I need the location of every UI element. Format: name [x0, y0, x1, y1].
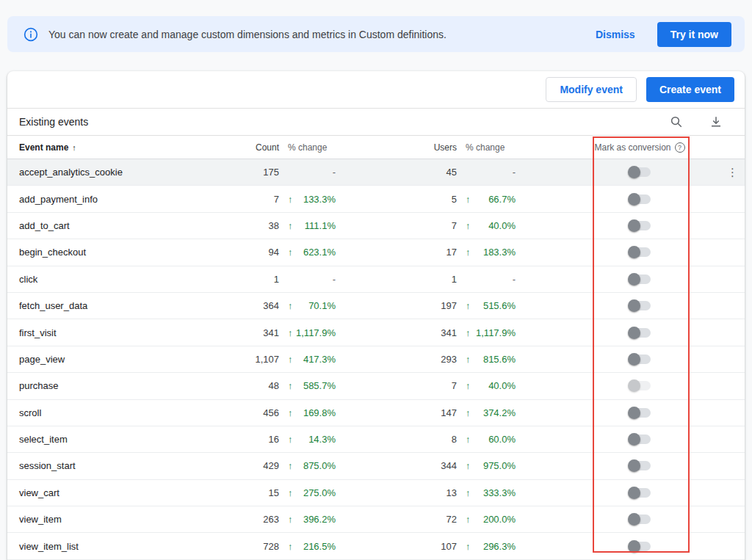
- event-count: 38: [209, 220, 279, 231]
- users-change-value: -: [513, 167, 516, 178]
- count-change-value: 216.5%: [303, 541, 336, 552]
- header-count-change[interactable]: % change: [279, 142, 341, 153]
- table-row: session_start 429 ↑ 875.0% 344 ↑ 975.0%: [7, 453, 745, 479]
- search-button[interactable]: [670, 115, 683, 128]
- mark-as-conversion-toggle[interactable]: [629, 167, 651, 177]
- up-arrow-icon: ↑: [288, 327, 293, 338]
- toggle-knob: [628, 379, 640, 392]
- event-count: 429: [209, 460, 279, 471]
- up-arrow-icon: ↑: [288, 300, 293, 311]
- mark-as-conversion-toggle[interactable]: [629, 542, 651, 551]
- mark-as-conversion-toggle[interactable]: [629, 354, 651, 364]
- table-row: click 1 - 1 -: [7, 266, 745, 293]
- event-count: 1: [209, 274, 279, 285]
- event-name: add_to_cart: [7, 220, 209, 231]
- users-change-value: 40.0%: [488, 220, 516, 231]
- count-change: ↑ 275.0%: [279, 487, 341, 498]
- up-arrow-icon: ↑: [288, 247, 293, 258]
- table-row: add_to_cart 38 ↑ 111.1% 7 ↑ 40.0%: [7, 213, 745, 239]
- up-arrow-icon: ↑: [466, 220, 471, 231]
- count-change: ↑ 623.1%: [279, 247, 341, 258]
- up-arrow-icon: ↑: [466, 541, 471, 552]
- event-users: 7: [341, 380, 457, 391]
- users-change: ↑ 296.3%: [457, 541, 521, 552]
- count-change-value: 70.1%: [308, 300, 336, 311]
- try-it-now-button[interactable]: Try it now: [657, 22, 731, 47]
- create-event-button[interactable]: Create event: [646, 77, 734, 102]
- users-change: -: [457, 274, 521, 285]
- events-toolbar: Modify event Create event: [7, 71, 745, 108]
- event-users: 341: [341, 327, 457, 338]
- table-header: Event name ↑ Count % change Users % chan…: [7, 136, 745, 159]
- table-row: add_payment_info 7 ↑ 133.3% 5 ↑ 66.7%: [7, 186, 745, 212]
- event-count: 7: [209, 194, 279, 205]
- mark-as-conversion-toggle[interactable]: [629, 328, 651, 338]
- mark-as-conversion-toggle[interactable]: [629, 221, 651, 230]
- event-count: 48: [209, 380, 279, 391]
- event-count: 341: [209, 327, 279, 338]
- up-arrow-icon: ↑: [288, 380, 293, 391]
- event-name: view_item_list: [7, 541, 209, 552]
- mark-as-conversion-toggle[interactable]: [629, 488, 651, 498]
- dismiss-button[interactable]: Dismiss: [590, 24, 641, 45]
- table-row: view_cart 15 ↑ 275.0% 13 ↑ 333.3%: [7, 480, 745, 506]
- up-arrow-icon: ↑: [288, 514, 293, 525]
- up-arrow-icon: ↑: [466, 247, 471, 258]
- header-users[interactable]: Users: [341, 142, 457, 153]
- modify-event-button[interactable]: Modify event: [546, 77, 637, 102]
- toggle-knob: [628, 407, 640, 419]
- event-count: 456: [209, 407, 279, 418]
- table-row: purchase 48 ↑ 585.7% 7 ↑ 40.0%: [7, 373, 745, 399]
- event-users: 293: [341, 354, 457, 365]
- table-row: accept_analytics_cookie 175 - 45 - ⋮: [7, 159, 745, 186]
- mark-as-conversion-toggle[interactable]: [629, 381, 651, 390]
- toggle-knob: [628, 299, 640, 312]
- event-name: scroll: [7, 407, 209, 418]
- users-change-value: -: [513, 274, 516, 285]
- users-change: ↑ 200.0%: [457, 514, 521, 525]
- event-users: 17: [341, 247, 457, 258]
- count-change-value: 275.0%: [303, 487, 336, 498]
- mark-as-conversion-toggle[interactable]: [629, 514, 651, 524]
- users-change: ↑ 815.6%: [457, 354, 521, 365]
- count-change-value: 1,117.9%: [296, 327, 336, 338]
- header-count[interactable]: Count: [209, 142, 279, 153]
- mark-as-conversion-toggle[interactable]: [629, 247, 651, 257]
- mark-as-conversion-toggle[interactable]: [629, 194, 651, 204]
- up-arrow-icon: ↑: [288, 460, 293, 471]
- count-change-value: 396.2%: [303, 514, 336, 525]
- toggle-knob: [628, 327, 640, 339]
- mark-as-conversion-toggle[interactable]: [629, 461, 651, 470]
- mark-as-conversion-toggle[interactable]: [629, 274, 651, 284]
- up-arrow-icon: ↑: [466, 487, 471, 498]
- download-button[interactable]: [709, 115, 723, 128]
- users-change: ↑ 1,117.9%: [457, 327, 521, 338]
- help-icon[interactable]: ?: [675, 142, 685, 153]
- header-users-change[interactable]: % change: [457, 142, 521, 153]
- count-change: ↑ 111.1%: [279, 220, 341, 231]
- row-menu-button[interactable]: ⋮: [721, 166, 745, 179]
- up-arrow-icon: ↑: [288, 487, 293, 498]
- header-mark-as-conversion: Mark as conversion ?: [521, 142, 721, 153]
- mark-as-conversion-toggle[interactable]: [629, 434, 651, 444]
- table-row: select_item 16 ↑ 14.3% 8 ↑ 60.0%: [7, 426, 745, 453]
- sort-ascending-icon: ↑: [72, 143, 76, 152]
- users-change: ↑ 40.0%: [457, 220, 521, 231]
- table-row: scroll 456 ↑ 169.8% 147 ↑ 374.2%: [7, 400, 745, 426]
- users-change: ↑ 183.3%: [457, 247, 521, 258]
- count-change: ↑ 133.3%: [279, 194, 341, 205]
- mark-as-conversion-toggle[interactable]: [629, 301, 651, 310]
- table-row: first_visit 341 ↑ 1,117.9% 341 ↑ 1,117.9…: [7, 319, 745, 346]
- table-row: view_item 263 ↑ 396.2% 72 ↑ 200.0%: [7, 506, 745, 533]
- header-event-name[interactable]: Event name ↑: [7, 142, 209, 153]
- download-icon: [709, 115, 723, 128]
- mark-as-conversion-toggle[interactable]: [629, 408, 651, 418]
- up-arrow-icon: ↑: [288, 434, 293, 445]
- event-name: begin_checkout: [7, 247, 209, 258]
- table-body: accept_analytics_cookie 175 - 45 - ⋮ add…: [7, 159, 745, 560]
- users-change-value: 296.3%: [483, 541, 516, 552]
- users-change: ↑ 374.2%: [457, 407, 521, 418]
- event-users: 1: [341, 274, 457, 285]
- event-count: 15: [209, 487, 279, 498]
- count-change-value: 875.0%: [303, 460, 336, 471]
